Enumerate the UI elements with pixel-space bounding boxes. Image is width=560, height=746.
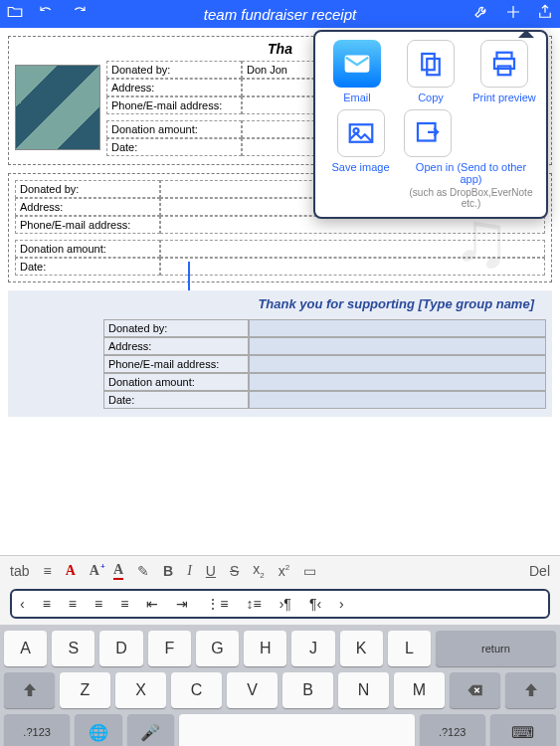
pencil-icon[interactable]: ✎ [137, 563, 149, 579]
outdent-icon[interactable]: ⇤ [146, 596, 158, 612]
backspace-key[interactable] [450, 672, 500, 708]
letter-key-z[interactable]: Z [60, 672, 110, 708]
value-phone[interactable] [249, 355, 546, 373]
numbers-key-right[interactable]: .?123 [420, 714, 485, 746]
share-popover: Email Copy Print preview Save image Open… [313, 30, 548, 219]
svg-rect-1 [422, 54, 435, 70]
wrench-icon[interactable] [472, 3, 490, 26]
label-date: Date: [106, 138, 242, 156]
chevron-right-icon[interactable]: › [339, 596, 344, 612]
copy-icon [407, 40, 455, 88]
letter-key-v[interactable]: V [227, 672, 278, 708]
label-amount: Donation amount: [103, 373, 249, 391]
value-address[interactable] [249, 337, 546, 355]
numbers-key-label: .?123 [439, 726, 467, 738]
globe-key[interactable]: 🌐 [75, 714, 121, 746]
share-email-label: Email [323, 92, 391, 103]
image-icon [337, 109, 385, 157]
label-address: Address: [106, 79, 242, 96]
align-justify-icon[interactable]: ≡ [120, 596, 128, 612]
ltr-icon[interactable]: ›¶ [280, 596, 291, 612]
letter-key-x[interactable]: X [115, 672, 166, 708]
letter-key-m[interactable]: M [394, 672, 445, 708]
share-copy-label: Copy [397, 92, 465, 103]
label-date: Date: [15, 258, 160, 276]
document-title: team fundraiser receipt [101, 6, 459, 23]
paragraph-icon[interactable]: ≡ [43, 563, 51, 579]
top-toolbar: team fundraiser receipt [0, 0, 560, 28]
letter-key-b[interactable]: B [282, 672, 333, 708]
insert-image-icon[interactable]: ▭ [303, 563, 316, 579]
label-phone: Phone/E-mail address: [15, 216, 160, 234]
value-amount[interactable] [249, 373, 546, 391]
line-spacing-icon[interactable]: ↕≡ [247, 596, 262, 612]
align-left-icon[interactable]: ≡ [43, 596, 51, 612]
value-donated[interactable] [249, 319, 546, 337]
share-save-label: Save image [323, 161, 398, 173]
numbers-key[interactable]: .?123 [4, 714, 70, 746]
align-center-icon[interactable]: ≡ [69, 596, 77, 612]
bullet-list-icon[interactable]: ⋮≡ [206, 596, 228, 612]
value-date[interactable] [249, 391, 546, 409]
underline-button[interactable]: U [206, 563, 216, 579]
letter-key-s[interactable]: S [52, 631, 94, 666]
superscript-button[interactable]: x2 [279, 563, 289, 579]
share-openin-sub: (such as DropBox,EverNote etc.) [404, 187, 538, 209]
align-right-icon[interactable]: ≡ [94, 596, 102, 612]
chevron-left-icon[interactable]: ‹ [20, 596, 25, 612]
indent-icon[interactable]: ⇥ [176, 596, 188, 612]
return-key[interactable]: return [436, 631, 556, 666]
letter-key-d[interactable]: D [99, 631, 142, 666]
undo-icon[interactable] [38, 3, 56, 26]
highlight-button[interactable]: A [113, 562, 123, 580]
printer-icon [480, 40, 528, 88]
shift-key-right[interactable] [505, 672, 556, 708]
share-print-label: Print preview [470, 92, 538, 103]
tab-button[interactable]: tab [10, 563, 29, 579]
openin-icon [404, 109, 452, 157]
paragraph-toolbar: ‹ ≡ ≡ ≡ ≡ ⇤ ⇥ ⋮≡ ↕≡ ›¶ ¶‹ › [10, 589, 550, 619]
folder-icon[interactable] [6, 3, 24, 26]
font-size-up-button[interactable]: A [90, 563, 99, 579]
letter-key-n[interactable]: N [338, 672, 389, 708]
letter-key-f[interactable]: F [148, 631, 191, 666]
letter-key-g[interactable]: G [196, 631, 239, 666]
subscript-button[interactable]: x2 [253, 561, 264, 580]
label-phone: Phone/E-mail address: [106, 96, 242, 114]
email-icon [333, 40, 381, 88]
share-print-button[interactable]: Print preview [470, 40, 538, 103]
letter-key-k[interactable]: K [340, 631, 383, 666]
label-donated: Donated by: [15, 180, 160, 198]
share-email-button[interactable]: Email [323, 40, 391, 103]
label-address: Address: [103, 337, 249, 355]
label-amount: Donation amount: [106, 120, 242, 138]
label-address: Address: [15, 198, 160, 216]
receipt-image [15, 65, 100, 150]
paragraph-toolbar-wrap: ‹ ≡ ≡ ≡ ≡ ⇤ ⇥ ⋮≡ ↕≡ ›¶ ¶‹ › [0, 585, 560, 625]
mic-key[interactable]: 🎤 [127, 714, 174, 746]
rtl-icon[interactable]: ¶‹ [309, 596, 321, 612]
hide-keyboard-key[interactable]: ⌨ [490, 714, 556, 746]
share-openin-button[interactable]: Open in (Send to other app) (such as Dro… [404, 109, 538, 209]
numbers-key-label: .?123 [23, 726, 51, 738]
letter-key-a[interactable]: A [4, 631, 47, 666]
label-donated: Donated by: [106, 61, 242, 79]
letter-key-l[interactable]: L [388, 631, 431, 666]
format-toolbar: tab ≡ A A A ✎ B I U S x2 x2 ▭ Del [0, 555, 560, 585]
space-key[interactable] [179, 714, 415, 746]
share-icon[interactable] [536, 3, 554, 26]
share-save-image-button[interactable]: Save image [323, 109, 398, 209]
font-color-button[interactable]: A [66, 563, 76, 579]
label-date: Date: [103, 391, 249, 409]
share-openin-label: Open in (Send to other app) [404, 161, 538, 185]
redo-icon[interactable] [70, 3, 88, 26]
delete-button[interactable]: Del [529, 563, 550, 579]
shift-key[interactable] [4, 672, 55, 708]
letter-key-c[interactable]: C [171, 672, 222, 708]
strikethrough-button[interactable]: S [230, 563, 239, 579]
letter-key-j[interactable]: J [291, 631, 334, 666]
share-copy-button[interactable]: Copy [397, 40, 465, 103]
letter-key-h[interactable]: H [244, 631, 286, 666]
bold-button[interactable]: B [163, 563, 173, 579]
italic-button[interactable]: I [187, 563, 192, 579]
